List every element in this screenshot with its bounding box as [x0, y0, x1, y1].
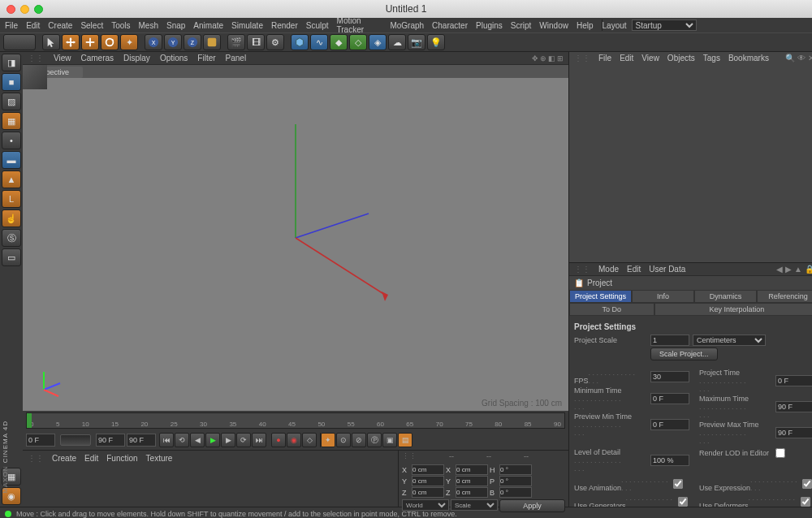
move-icon[interactable] [62, 34, 80, 50]
menu-edit[interactable]: Edit [26, 21, 40, 30]
snap-icon[interactable]: Ⓢ [2, 229, 21, 247]
end-frame-input[interactable] [127, 434, 156, 447]
min-time-input[interactable] [650, 393, 689, 404]
step-rewind-icon[interactable]: ⟲ [175, 433, 189, 447]
scale-project-button[interactable]: Scale Project... [650, 347, 718, 360]
play-icon[interactable]: ▶ [205, 433, 220, 447]
make-editable-icon[interactable]: ◨ [2, 54, 21, 71]
point-mode-icon[interactable]: • [2, 132, 21, 149]
use-gen-check[interactable] [678, 497, 688, 507]
menu-file[interactable]: File [5, 21, 18, 30]
vp-nav4-icon[interactable]: ⊞ [557, 54, 564, 63]
start-frame-input[interactable] [26, 434, 55, 447]
menu-plugins[interactable]: Plugins [476, 21, 503, 30]
viewmenu-panel[interactable]: Panel [226, 54, 247, 63]
lod-input[interactable] [650, 455, 689, 466]
z-axis-icon[interactable]: Z [184, 34, 201, 50]
key-p-icon[interactable]: Ⓟ [367, 433, 382, 447]
axis-mode-icon[interactable]: L [2, 190, 21, 208]
objmenu-bookmarks[interactable]: Bookmarks [728, 54, 769, 63]
model-mode-icon[interactable]: ■ [2, 73, 21, 91]
range-slider[interactable] [60, 434, 91, 446]
pos-z-input[interactable] [412, 487, 444, 498]
matmenu-edit[interactable]: Edit [84, 454, 98, 463]
menu-character[interactable]: Character [432, 21, 468, 30]
light-icon[interactable]: 💡 [427, 34, 445, 50]
menu-motiontracker[interactable]: Motion Tracker [337, 16, 382, 34]
timeline-cursor[interactable] [27, 413, 32, 428]
goto-end-icon[interactable]: ⏭ [252, 433, 266, 447]
attr-up-icon[interactable]: ▲ [794, 265, 802, 274]
cube-primitive-icon[interactable] [291, 34, 309, 50]
tweak-mode-icon[interactable]: ☝ [2, 209, 21, 227]
goto-start-icon[interactable]: ⏮ [159, 433, 174, 447]
rot-p-input[interactable] [499, 476, 532, 486]
objmenu-edit[interactable]: Edit [620, 54, 633, 63]
size-y-input[interactable] [456, 476, 488, 486]
rotate-icon[interactable] [101, 34, 119, 50]
tab-key-interp[interactable]: Key Interpolation [654, 303, 812, 316]
obj-eye-icon[interactable]: 👁 [797, 54, 806, 63]
menu-tools[interactable]: Tools [111, 21, 130, 30]
proj-scale-unit[interactable]: Centimeters [693, 335, 766, 346]
autokey-icon[interactable]: ◉ [287, 433, 301, 447]
obj-x-icon[interactable]: ✕ [808, 54, 812, 63]
coord-sys-icon[interactable] [203, 34, 221, 50]
attr-back-icon[interactable]: ◀ [776, 265, 783, 274]
y-axis-icon[interactable]: Y [164, 34, 182, 50]
checker-icon[interactable]: ▦ [2, 112, 21, 130]
generator-icon[interactable]: ◆ [330, 34, 348, 50]
vp-nav3-icon[interactable]: ◧ [548, 54, 555, 63]
menu-window[interactable]: Window [539, 21, 568, 30]
generator2-icon[interactable]: ◇ [349, 34, 367, 50]
current-frame-input[interactable] [96, 434, 125, 447]
key-pos-icon[interactable]: ✦ [321, 433, 335, 447]
undo-redo-button[interactable] [3, 34, 36, 50]
menu-render[interactable]: Render [271, 21, 298, 30]
viewmenu-options[interactable]: Options [160, 54, 188, 63]
key-marker-icon[interactable]: ⊘ [352, 433, 366, 447]
viewport[interactable]: Grid Spacing : 100 cm [23, 78, 568, 411]
render-view-icon[interactable]: 🎬 [227, 34, 245, 50]
menu-select[interactable]: Select [80, 21, 103, 30]
prev-max-input[interactable] [775, 427, 812, 438]
spline-icon[interactable]: ∿ [310, 34, 328, 50]
matmenu-texture[interactable]: Texture [146, 454, 173, 463]
rot-h-input[interactable] [499, 464, 532, 475]
matmenu-function[interactable]: Function [106, 454, 137, 463]
objmenu-file[interactable]: File [598, 54, 611, 63]
attrmenu-edit[interactable]: Edit [627, 265, 641, 274]
attr-lock-icon[interactable]: 🔒 [805, 265, 812, 274]
size-z-input[interactable] [456, 487, 488, 498]
menu-script[interactable]: Script [511, 21, 532, 30]
menu-animate[interactable]: Animate [193, 21, 223, 30]
tab-referencing[interactable]: Referencing [757, 290, 812, 303]
max-time-input[interactable] [775, 401, 812, 412]
workplane-icon[interactable]: ▭ [2, 248, 21, 266]
tab-project-settings[interactable]: Project Settings [569, 290, 632, 303]
viewmenu-view[interactable]: View [54, 54, 71, 63]
pos-x-input[interactable] [412, 464, 444, 475]
vp-nav2-icon[interactable]: ⊕ [540, 54, 546, 63]
camera-icon[interactable]: 📷 [408, 34, 425, 50]
step-back-icon[interactable]: ◀ [190, 433, 205, 447]
key-opt-icon[interactable]: ⊙ [336, 433, 351, 447]
viewmenu-filter[interactable]: Filter [197, 54, 215, 63]
menu-simulate[interactable]: Simulate [231, 21, 263, 30]
texture-mode-icon[interactable]: ▨ [2, 93, 21, 110]
deformer-icon[interactable]: ◈ [369, 34, 387, 50]
menu-sculpt[interactable]: Sculpt [306, 21, 329, 30]
attrmenu-mode[interactable]: Mode [598, 265, 619, 274]
use-def-check[interactable] [801, 497, 810, 507]
menu-create[interactable]: Create [48, 21, 72, 30]
tab-todo[interactable]: To Do [569, 303, 654, 316]
pos-y-input[interactable] [412, 476, 444, 486]
timeline-ruler[interactable]: 0 5 10 15 20 25 30 35 40 45 50 55 60 65 … [23, 411, 568, 430]
render-pv-icon[interactable]: 🎞 [247, 34, 265, 50]
proj-time-input[interactable] [775, 375, 812, 386]
fps-input[interactable] [650, 371, 689, 382]
objmenu-objects[interactable]: Objects [667, 54, 695, 63]
use-expr-check[interactable] [802, 479, 812, 489]
tab-dynamics[interactable]: Dynamics [694, 290, 757, 303]
menu-help[interactable]: Help [577, 21, 594, 30]
